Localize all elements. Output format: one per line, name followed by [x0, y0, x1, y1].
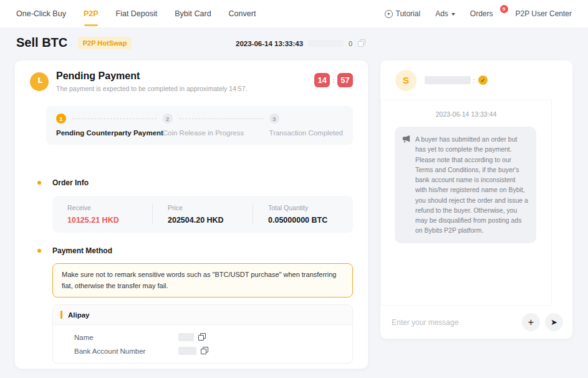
- nav-orders-label: Orders: [470, 9, 493, 18]
- clock-icon: [30, 72, 49, 91]
- timer-separator: :: [332, 77, 335, 84]
- page-title: Sell BTC: [16, 36, 67, 50]
- nav-bybit-card[interactable]: Bybit Card: [175, 0, 211, 27]
- chat-timestamp: 2023-06-14 13:33:44: [381, 110, 551, 118]
- payment-warning: Make sure not to remark sensitive words …: [52, 263, 353, 298]
- nav-right-group: Tutorial Ads Orders 5 P2P User Center: [385, 9, 572, 18]
- step-connector: [72, 119, 157, 119]
- order-info-receive: Receive 10125.21 HKD: [52, 204, 152, 225]
- timer-seconds: 57: [337, 73, 353, 87]
- chat-input-row: + ➤: [380, 306, 572, 339]
- megaphone-icon: [402, 135, 410, 143]
- step-3-label: Transaction Completed: [269, 129, 343, 137]
- nav-orders[interactable]: Orders 5: [470, 9, 501, 18]
- step-2-circle: 2: [163, 114, 173, 124]
- payment-method-name: Alipay: [68, 311, 90, 319]
- copy-name-icon[interactable]: [198, 333, 206, 341]
- order-info-header: Order Info: [37, 178, 353, 187]
- gold-dot-icon: [37, 249, 41, 253]
- nav-ads[interactable]: Ads: [435, 9, 455, 18]
- order-status-subtitle: The payment is expected to be completed …: [56, 85, 247, 92]
- quantity-value: 0.05000000 BTC: [268, 216, 353, 225]
- send-message-button[interactable]: ➤: [545, 313, 563, 331]
- payment-method-title: Payment Method: [52, 246, 112, 255]
- order-number-redacted: [308, 40, 344, 47]
- countdown-timer: 14 : 57: [314, 73, 353, 87]
- step-1-label: Pending Counterparty Payment: [56, 129, 163, 137]
- nav-tutorial-label: Tutorial: [396, 9, 421, 18]
- payment-method-card-header: Alipay: [53, 305, 352, 325]
- payment-field-name: Name: [74, 333, 345, 341]
- order-info-quantity: Total Quantity 0.05000000 BTC: [253, 204, 353, 225]
- nav-p2p-user-center[interactable]: P2P User Center: [516, 9, 572, 18]
- page-header: Sell BTC P2P HotSwap 2023-06-14 13:33:43…: [16, 36, 572, 54]
- step-transaction-completed: 3 Transaction Completed: [269, 114, 343, 137]
- nav-p2p[interactable]: P2P: [84, 0, 99, 27]
- nav-tutorial[interactable]: Tutorial: [385, 9, 421, 18]
- system-message-text: A buyer has submitted an order but has y…: [415, 134, 529, 236]
- payment-field-account: Bank Account Number: [74, 347, 345, 355]
- chat-header: S : ✓: [380, 61, 572, 100]
- receive-label: Receive: [67, 204, 152, 211]
- order-card: Pending Payment The payment is expected …: [15, 61, 368, 369]
- attach-plus-button[interactable]: +: [522, 313, 540, 331]
- order-info-box: Receive 10125.21 HKD Price 202504.20 HKD…: [52, 196, 353, 233]
- nav-one-click-buy[interactable]: One-Click Buy: [16, 0, 66, 27]
- nav-convert[interactable]: Convert: [229, 0, 256, 27]
- step-2-label: Coin Release in Progress: [163, 129, 269, 137]
- payment-name-redacted: [178, 333, 194, 341]
- counterparty-avatar[interactable]: S: [395, 70, 417, 91]
- progress-steps: 1 Pending Counterparty Payment 2 Coin Re…: [46, 106, 353, 145]
- payment-method-card-body: Name Bank Account Number: [53, 325, 352, 363]
- counterparty-name-redacted: [425, 76, 471, 84]
- chat-panel: S : ✓ 2023-06-14 13:33:44 A buyer has su…: [380, 61, 572, 339]
- order-created-timestamp: 2023-06-14 13:33:43: [236, 40, 303, 47]
- payment-name-label: Name: [74, 334, 178, 341]
- accent-bar: [60, 311, 62, 319]
- step-1-circle: 1: [56, 114, 66, 124]
- chat-message-list[interactable]: 2023-06-14 13:33:44 A buyer has submitte…: [380, 100, 552, 306]
- gold-dot-icon: [37, 181, 41, 185]
- nav-fiat-deposit[interactable]: Fiat Deposit: [116, 0, 158, 27]
- order-status-text: Pending Payment The payment is expected …: [56, 70, 247, 92]
- step-3-circle: 3: [269, 114, 279, 124]
- nav-ads-label: Ads: [435, 9, 448, 18]
- payment-account-label: Bank Account Number: [74, 347, 178, 355]
- step-pending-payment: 1 Pending Counterparty Payment: [56, 114, 163, 137]
- payment-method-card: Alipay Name Bank Account Number: [52, 304, 353, 364]
- quantity-label: Total Quantity: [268, 204, 353, 211]
- order-info-price: Price 202504.20 HKD: [152, 204, 253, 225]
- step-connector: [179, 119, 263, 119]
- order-number-suffix: 0: [349, 40, 352, 47]
- order-status-row: Pending Payment The payment is expected …: [30, 70, 353, 92]
- play-circle-icon: [385, 10, 393, 18]
- copy-account-icon[interactable]: [200, 347, 208, 355]
- receive-value: 10125.21 HKD: [67, 216, 152, 225]
- price-label: Price: [168, 204, 253, 211]
- price-value: 202504.20 HKD: [168, 216, 253, 225]
- top-nav: One-Click Buy P2P Fiat Deposit Bybit Car…: [0, 0, 588, 27]
- counterparty-name-suffix: :: [473, 77, 475, 84]
- orders-count-badge: 5: [500, 5, 508, 13]
- order-info-title: Order Info: [52, 178, 89, 187]
- nav-left-group: One-Click Buy P2P Fiat Deposit Bybit Car…: [16, 0, 256, 27]
- payment-method-header: Payment Method: [37, 246, 353, 255]
- system-message-bubble: A buyer has submitted an order but has y…: [395, 127, 536, 243]
- step-coin-release: 2 Coin Release in Progress: [163, 114, 269, 137]
- timer-minutes: 14: [314, 73, 330, 87]
- payment-account-redacted: [178, 347, 196, 355]
- chevron-down-icon: [451, 13, 455, 16]
- order-meta: 2023-06-14 13:33:43 0: [236, 39, 365, 47]
- verified-badge-icon: ✓: [478, 75, 488, 85]
- chat-message-input[interactable]: [392, 318, 517, 327]
- hotswap-badge: P2P HotSwap: [78, 37, 132, 49]
- copy-order-number-icon[interactable]: [357, 39, 365, 47]
- order-status-title: Pending Payment: [56, 70, 247, 82]
